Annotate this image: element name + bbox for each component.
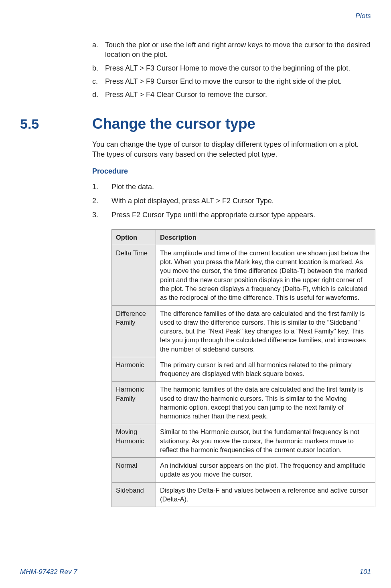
text: Press ALT > xyxy=(105,91,146,99)
procedure-step: 2. With a plot displayed, press ALT > F2… xyxy=(92,196,371,206)
cell-description: The harmonic families of the data are ca… xyxy=(156,382,375,424)
procedure-step: 3. Press F2 Cursor Type until the approp… xyxy=(92,210,371,220)
footer-doc-id: MHM-97432 Rev 7 xyxy=(20,568,77,576)
text: Press xyxy=(111,211,132,219)
cell-description: The primary cursor is red and all harmon… xyxy=(156,357,375,382)
section-number: 5.5 xyxy=(20,116,92,132)
list-body: With a plot displayed, press ALT > F2 Cu… xyxy=(111,196,371,206)
alpha-sublist: a. Touch the plot or use the left and ri… xyxy=(92,40,371,99)
list-body: Press F2 Cursor Type until the appropria… xyxy=(111,210,371,220)
list-body: Press ALT > F3 Cursor Home to move the c… xyxy=(105,63,371,73)
cell-option: Difference Family xyxy=(112,305,156,357)
ui-label: F2 Cursor Type xyxy=(132,211,182,219)
text: Press ALT > xyxy=(105,77,146,85)
cell-description: The difference families of the data are … xyxy=(156,305,375,357)
ui-label: F9 Cursor End xyxy=(146,77,193,85)
th-description: Description xyxy=(156,229,375,245)
list-body: Touch the plot or use the left and right… xyxy=(105,40,371,60)
procedure-label: Procedure xyxy=(92,167,371,176)
text: . xyxy=(272,197,274,205)
list-marker: b. xyxy=(92,63,105,73)
sublist-item: b. Press ALT > F3 Cursor Home to move th… xyxy=(92,63,371,73)
list-body: Plot the data. xyxy=(111,182,371,192)
section-intro: You can change the type of cursor to dis… xyxy=(92,139,371,159)
cell-option: Normal xyxy=(112,458,156,483)
ui-label: F2 Cursor Type xyxy=(222,197,272,205)
cell-option: Delta Time xyxy=(112,245,156,305)
text: to move the cursor to the right side of … xyxy=(193,77,342,85)
list-marker: d. xyxy=(92,90,105,99)
text: Press ALT > xyxy=(105,64,146,72)
sublist-item: c. Press ALT > F9 Cursor End to move the… xyxy=(92,77,371,86)
options-table: Option Description Delta Time The amplit… xyxy=(111,229,375,507)
table-header-row: Option Description xyxy=(112,229,375,245)
list-marker: a. xyxy=(92,40,105,60)
cell-description: Displays the Delta-F and values between … xyxy=(156,482,375,507)
sublist-item: d. Press ALT > F4 Clear Cursor to remove… xyxy=(92,90,371,99)
section-title: Change the cursor type xyxy=(92,115,255,132)
cell-description: The amplitude and time of the current lo… xyxy=(156,245,375,305)
list-marker: c. xyxy=(92,77,105,86)
table-row: Harmonic Family The harmonic families of… xyxy=(112,382,375,424)
list-marker: 1. xyxy=(92,182,111,192)
text: to move the cursor to the beginning of t… xyxy=(199,64,350,72)
ui-label: F3 Cursor Home xyxy=(146,64,199,72)
section-heading: 5.5 Change the cursor type xyxy=(92,115,371,132)
table-row: Moving Harmonic Similar to the Harmonic … xyxy=(112,424,375,458)
table-row: Harmonic The primary cursor is red and a… xyxy=(112,357,375,382)
cell-description: An individual cursor appears on the plot… xyxy=(156,458,375,483)
running-header: Plots xyxy=(20,12,371,20)
table-row: Delta Time The amplitude and time of the… xyxy=(112,245,375,305)
ui-label: F4 Clear Cursor xyxy=(146,91,197,99)
list-marker: 3. xyxy=(92,210,111,220)
text: to remove the cursor. xyxy=(197,91,267,99)
list-body: Press ALT > F9 Cursor End to move the cu… xyxy=(105,77,371,86)
text: until the appropriate cursor type appear… xyxy=(182,211,315,219)
cell-option: Harmonic xyxy=(112,357,156,382)
procedure-step: 1. Plot the data. xyxy=(92,182,371,192)
content-area: a. Touch the plot or use the left and ri… xyxy=(20,40,371,507)
cell-description: Similar to the Harmonic cursor, but the … xyxy=(156,424,375,458)
table-row: Normal An individual cursor appears on t… xyxy=(112,458,375,483)
cell-option: Moving Harmonic xyxy=(112,424,156,458)
procedure-list: 1. Plot the data. 2. With a plot display… xyxy=(92,182,371,220)
cell-option: Sideband xyxy=(112,482,156,507)
th-option: Option xyxy=(112,229,156,245)
text: With a plot displayed, press ALT > xyxy=(111,197,222,205)
page: Plots a. Touch the plot or use the left … xyxy=(0,0,391,588)
list-body: Press ALT > F4 Clear Cursor to remove th… xyxy=(105,90,371,99)
table-row: Difference Family The difference familie… xyxy=(112,305,375,357)
list-marker: 2. xyxy=(92,196,111,206)
cell-option: Harmonic Family xyxy=(112,382,156,424)
table-row: Sideband Displays the Delta-F and values… xyxy=(112,482,375,507)
page-footer: MHM-97432 Rev 7 101 xyxy=(20,568,371,576)
sublist-item: a. Touch the plot or use the left and ri… xyxy=(92,40,371,60)
footer-page-number: 101 xyxy=(360,568,371,576)
